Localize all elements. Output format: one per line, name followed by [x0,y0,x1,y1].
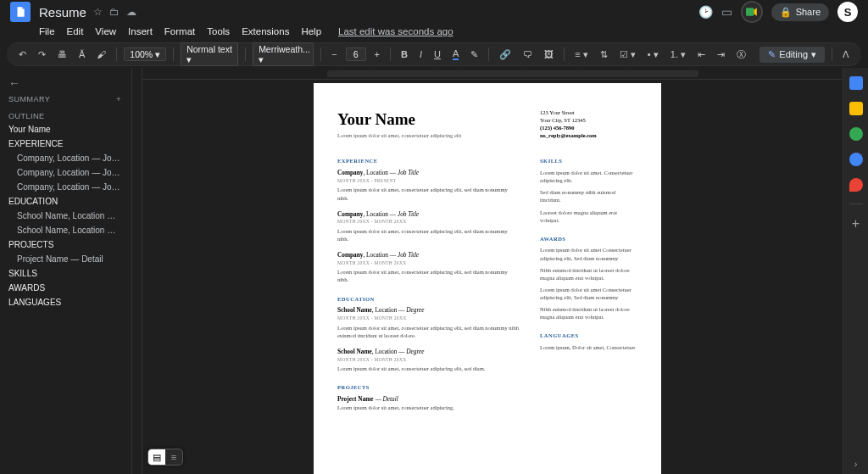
svg-rect-0 [746,8,754,15]
school-heading: School Name, Location — Degree [337,306,520,315]
side-panel-collapse-icon[interactable]: › [854,459,858,474]
share-button[interactable]: 🔒 Share [771,3,829,21]
outline-item[interactable]: School Name, Location — Degr... [5,209,126,223]
outline-item[interactable]: SKILLS [5,266,126,281]
show-outline-icon[interactable]: ▤ [148,449,165,465]
outline-item[interactable]: EDUCATION [5,194,126,209]
outline-item[interactable]: PROJECTS [5,237,126,252]
numbered-list-icon[interactable]: 1. ▾ [667,47,689,62]
job-dates: MONTH 20XX - MONTH 20XX [337,219,520,225]
insert-image-icon[interactable]: 🖼 [541,47,557,61]
menu-file[interactable]: File [39,26,55,36]
fontsize-dec-icon[interactable]: − [328,47,340,61]
view-mode-toggle[interactable]: ▤ ≡ [147,449,183,466]
align-icon[interactable]: ≡ ▾ [571,47,591,62]
fontsize-inc-icon[interactable]: + [371,47,383,61]
school-body: Lorem ipsum dolor sit amet, consectetuer… [337,365,520,372]
indent-dec-icon[interactable]: ⇤ [694,47,709,62]
chevron-down-icon: ▾ [811,49,816,60]
indent-inc-icon[interactable]: ⇥ [714,47,728,62]
print-icon[interactable]: 🖶 [54,47,70,61]
menu-tools[interactable]: Tools [207,26,230,36]
skill-line: Laoreet dolore magna aliquam erat volutp… [540,209,637,224]
outline-back-icon[interactable]: ← [5,75,126,92]
hide-outline-icon[interactable]: ≡ [165,449,182,465]
horizontal-ruler[interactable] [142,68,843,80]
section-projects: PROJECTS [337,384,520,392]
outline-item[interactable]: Project Name — Detail [5,252,126,266]
outline-item[interactable]: EXPERIENCE [5,137,126,151]
side-panel: + › [843,68,868,474]
collapse-toolbar-icon[interactable]: ᐱ [839,47,853,62]
document-canvas[interactable]: Your Name Lorem ipsum dolor sit amet, co… [132,68,843,474]
add-summary-icon[interactable]: + [116,95,121,103]
vertical-ruler[interactable] [132,68,142,474]
resume-name: Your Name [337,109,520,131]
cloud-status-icon[interactable]: ☁ [126,6,136,18]
award-line: Lorem ipsum dolor sit amet Consectetuer … [540,286,637,301]
outline-item[interactable]: LANGUAGES [5,295,126,309]
font-select[interactable]: Merriweath... ▾ [253,42,314,66]
redo-icon[interactable]: ↷ [35,47,49,62]
tasks-icon[interactable] [849,127,863,141]
menu-edit[interactable]: Edit [67,26,84,36]
last-edit-status[interactable]: Last edit was seconds ago [338,26,453,36]
clear-format-icon[interactable]: Ⓧ [733,47,749,63]
job-heading: Company, Location — Job Title [337,251,520,259]
outline-pane: ← SUMMARY + OUTLINE Your NameEXPERIENCEC… [0,68,132,474]
summary-heading: SUMMARY [8,95,50,103]
menu-format[interactable]: Format [164,26,195,36]
spellcheck-icon[interactable]: Ă [75,47,88,61]
menu-bar: File Edit View Insert Format Tools Exten… [0,24,868,41]
outline-item[interactable]: Company, Location — Job Title [5,165,126,180]
document-title[interactable]: Resume [39,5,86,20]
paint-format-icon[interactable]: 🖌 [93,47,109,61]
bulleted-list-icon[interactable]: • ▾ [644,47,662,62]
docs-logo-icon[interactable] [10,2,31,22]
calendar-icon[interactable] [849,76,863,90]
star-icon[interactable]: ☆ [93,6,103,18]
outline-item[interactable]: Company, Location — Job Title [5,180,126,194]
insert-comment-icon[interactable]: 🗨 [520,47,536,61]
underline-icon[interactable]: U [431,47,444,61]
meet-button[interactable] [741,1,763,23]
outline-item[interactable]: Company, Location — Job Title [5,151,126,165]
section-education: EDUCATION [337,296,520,304]
menu-insert[interactable]: Insert [128,26,153,36]
outline-item[interactable]: School Name, Location — Degr... [5,223,126,237]
project-heading: Project Name — Detail [337,395,520,404]
insert-link-icon[interactable]: 🔗 [496,47,515,62]
menu-view[interactable]: View [95,26,116,36]
keep-icon[interactable] [849,102,863,115]
paragraph-style-select[interactable]: Normal text ▾ [181,42,238,66]
add-addon-icon[interactable]: + [852,216,860,231]
line-spacing-icon[interactable]: ⇅ [597,47,611,62]
move-folder-icon[interactable]: 🗀 [109,6,120,18]
job-heading: Company, Location — Job Title [337,169,520,177]
account-avatar[interactable]: S [837,2,858,22]
lock-icon: 🔒 [780,7,792,18]
outline-item[interactable]: AWARDS [5,281,126,295]
fontsize-input[interactable]: 6 [346,47,366,61]
menu-help[interactable]: Help [301,26,321,36]
bold-icon[interactable]: B [398,47,411,61]
editing-mode-button[interactable]: ✎ Editing ▾ [760,47,825,63]
job-body: Lorem ipsum dolor sit amet, consectetuer… [337,268,520,283]
section-skills: SKILLS [540,158,637,165]
text-color-icon[interactable]: A [449,47,462,62]
menu-extensions[interactable]: Extensions [242,26,289,36]
outline-item[interactable]: Your Name [5,122,126,137]
italic-icon[interactable]: I [416,47,426,61]
comments-icon[interactable]: ▭ [721,5,732,19]
contacts-icon[interactable] [849,153,863,166]
zoom-select[interactable]: 100% ▾ [124,47,166,61]
job-dates: MONTH 20XX - PRESENT [337,178,520,184]
history-icon[interactable]: 🕑 [698,5,713,19]
document-page[interactable]: Your Name Lorem ipsum dolor sit amet, co… [314,83,661,474]
undo-icon[interactable]: ↶ [15,47,30,62]
checklist-icon[interactable]: ☑ ▾ [616,47,639,62]
job-heading: Company, Location — Job Title [337,210,520,219]
maps-icon[interactable] [849,178,863,192]
skill-line: Sed diam nonummy nibh euismod tincidunt. [540,188,637,204]
highlight-icon[interactable]: ✎ [467,47,481,62]
